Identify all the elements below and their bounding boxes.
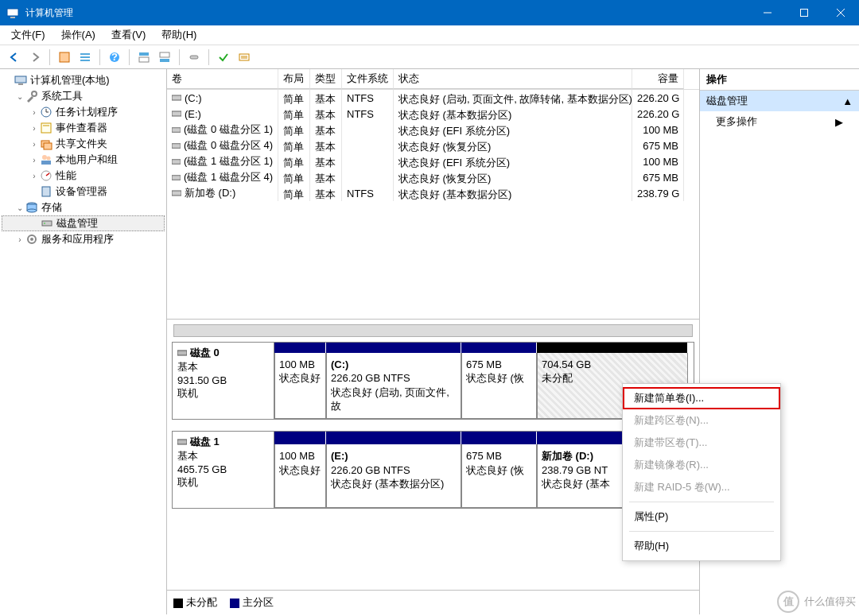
actions-section[interactable]: 磁盘管理 ▲ (700, 91, 859, 111)
menubar: 文件(F) 操作(A) 查看(V) 帮助(H) (0, 25, 859, 45)
actions-header: 操作 (700, 69, 859, 91)
check-button[interactable] (214, 48, 233, 67)
context-menu-item-8[interactable]: 帮助(H) (623, 535, 780, 557)
partition-label: (C:) (331, 358, 457, 372)
layout-bottom-button[interactable] (155, 48, 174, 67)
list-button[interactable] (235, 48, 254, 67)
tree-item-8[interactable]: ⌄存储 (2, 200, 165, 215)
volume-row[interactable]: (C:)简单基本NTFS状态良好 (启动, 页面文件, 故障转储, 基本数据分区… (167, 90, 699, 106)
tree-item-0[interactable]: 计算机管理(本地) (2, 72, 165, 88)
menu-action[interactable]: 操作(A) (55, 26, 102, 44)
tree-expander[interactable]: › (29, 172, 40, 180)
partition-0-2[interactable]: 675 MB状态良好 (恢 (461, 353, 537, 419)
partition-status: 状态良好 (恢 (466, 371, 532, 385)
disk-icon (41, 217, 53, 230)
partition-1-1[interactable]: (E:)226.20 GB NTFS状态良好 (基本数据分区) (326, 444, 461, 508)
partition-0-0[interactable]: 100 MB状态良好 (274, 353, 326, 419)
svg-rect-7 (80, 53, 90, 55)
col-layout[interactable]: 布局 (278, 69, 310, 89)
maximize-button[interactable] (786, 0, 822, 25)
view-detail-button[interactable] (76, 48, 95, 67)
tree-expander[interactable]: › (29, 140, 40, 149)
tree-expander[interactable]: › (14, 235, 25, 244)
tree-item-4[interactable]: ›共享文件夹 (2, 136, 165, 152)
menu-file[interactable]: 文件(F) (5, 26, 52, 44)
col-capacity[interactable]: 容量 (632, 69, 684, 89)
layout-top-button[interactable] (134, 48, 154, 67)
partition-header-bar (274, 432, 326, 444)
col-fs[interactable]: 文件系统 (342, 69, 394, 89)
volume-row[interactable]: (磁盘 0 磁盘分区 1)简单基本状态良好 (EFI 系统分区)100 MB (167, 122, 699, 138)
svg-point-41 (30, 238, 33, 241)
legend-swatch-primary (230, 599, 239, 608)
disk-info[interactable]: 磁盘 1基本465.75 GB联机 (173, 432, 274, 508)
tree-item-1[interactable]: ⌄系统工具 (2, 88, 165, 104)
volume-row[interactable]: (E:)简单基本NTFS状态良好 (基本数据分区)226.20 G (167, 106, 699, 122)
tree-expander[interactable]: ⌄ (14, 203, 25, 212)
menu-help[interactable]: 帮助(H) (155, 26, 203, 44)
close-button[interactable] (822, 0, 859, 25)
col-status[interactable]: 状态 (394, 69, 632, 89)
volume-row[interactable]: (磁盘 1 磁盘分区 4)简单基本状态良好 (恢复分区)675 MB (167, 169, 699, 185)
collapse-icon: ▲ (842, 95, 853, 107)
svg-rect-6 (60, 52, 69, 62)
partition-0-1[interactable]: (C:)226.20 GB NTFS状态良好 (启动, 页面文件, 故 (326, 353, 461, 419)
volume-layout: 简单 (278, 138, 310, 153)
volume-capacity: 675 MB (632, 138, 684, 153)
volume-list-header: 卷 布局 类型 文件系统 状态 容量 (167, 69, 699, 90)
tree-item-10[interactable]: ›服务和应用程序 (2, 231, 165, 247)
volume-icon (172, 109, 181, 118)
partition-status: 状态良好 (基本数据分区) (331, 477, 457, 491)
volume-type: 基本 (310, 169, 342, 185)
minimize-button[interactable] (749, 0, 786, 25)
actions-more[interactable]: 更多操作 ▶ (700, 111, 859, 132)
tree-item-6[interactable]: ›性能 (2, 168, 165, 184)
partition-1-2[interactable]: 675 MB状态良好 (恢 (461, 444, 537, 508)
tree-item-5[interactable]: ›本地用户和组 (2, 152, 165, 168)
volume-icon (172, 157, 181, 166)
context-menu-item-6[interactable]: 属性(P) (623, 506, 780, 528)
svg-point-30 (42, 155, 47, 160)
volume-icon (172, 93, 181, 103)
partition-header-bar (461, 432, 537, 444)
disk-info[interactable]: 磁盘 0基本931.50 GB联机 (173, 343, 274, 419)
partition-1-0[interactable]: 100 MB状态良好 (274, 444, 326, 508)
forward-button[interactable] (25, 48, 45, 67)
tree-item-2[interactable]: ›任务计划程序 (2, 104, 165, 120)
watermark-icon: 值 (777, 591, 799, 613)
context-menu-item-0[interactable]: 新建简单卷(I)... (623, 387, 780, 409)
volume-layout: 简单 (278, 153, 310, 169)
svg-point-37 (27, 209, 37, 212)
tree-expander[interactable]: › (29, 108, 40, 117)
tree-item-7[interactable]: 设备管理器 (2, 184, 165, 200)
volume-row[interactable]: (磁盘 1 磁盘分区 1)简单基本状态良好 (EFI 系统分区)100 MB (167, 153, 699, 169)
help-button[interactable]: ? (105, 48, 124, 67)
settings-button[interactable] (185, 48, 204, 67)
tree-expander[interactable]: › (29, 124, 40, 133)
disk-graph[interactable]: 磁盘 0基本931.50 GB联机100 MB状态良好(C:)226.20 GB… (167, 339, 699, 590)
tree-item-label: 共享文件夹 (56, 137, 107, 151)
back-button[interactable] (5, 48, 24, 67)
tree-item-label: 存储 (41, 200, 62, 215)
tree-expander[interactable]: › (29, 156, 40, 165)
col-volume[interactable]: 卷 (167, 69, 278, 89)
volume-name: (E:) (185, 108, 201, 120)
volume-row[interactable]: 新加卷 (D:)简单基本NTFS状态良好 (基本数据分区)238.79 G (167, 185, 699, 201)
toolbar-separator (179, 49, 180, 65)
col-type[interactable]: 类型 (310, 69, 342, 89)
disk-icon (177, 348, 187, 358)
disk-icon (177, 437, 187, 447)
view-list-button[interactable] (55, 48, 74, 67)
volume-fs (342, 169, 394, 185)
nav-tree[interactable]: 计算机管理(本地)⌄系统工具›任务计划程序›事件查看器›共享文件夹›本地用户和组… (0, 69, 167, 614)
svg-rect-45 (172, 144, 181, 149)
horizontal-scrollbar[interactable] (173, 324, 693, 337)
menu-view[interactable]: 查看(V) (105, 26, 152, 44)
partition-label: (E:) (331, 449, 457, 463)
tree-expander[interactable]: ⌄ (14, 92, 25, 101)
volume-list[interactable]: 卷 布局 类型 文件系统 状态 容量 (C:)简单基本NTFS状态良好 (启动,… (167, 69, 699, 320)
volume-row[interactable]: (磁盘 0 磁盘分区 4)简单基本状态良好 (恢复分区)675 MB (167, 138, 699, 153)
tree-item-3[interactable]: ›事件查看器 (2, 120, 165, 136)
tree-item-label: 事件查看器 (56, 121, 107, 135)
tree-item-9[interactable]: 磁盘管理 (2, 215, 165, 231)
